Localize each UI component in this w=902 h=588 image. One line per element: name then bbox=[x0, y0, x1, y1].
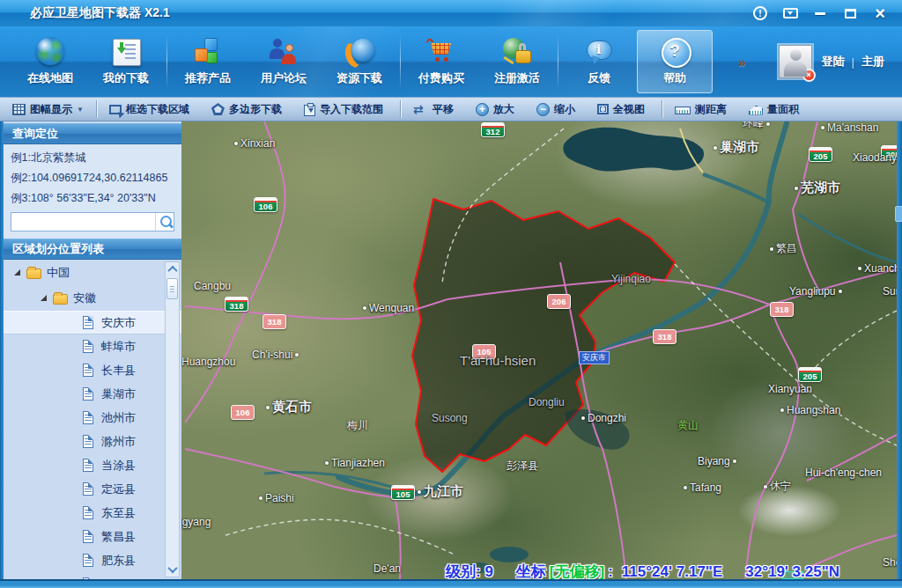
toolbar-button[interactable]: 注册激活 bbox=[479, 30, 555, 93]
register-link[interactable]: 主册 bbox=[861, 54, 884, 70]
toolbar-button[interactable]: 反馈 bbox=[561, 30, 637, 93]
search-icon[interactable] bbox=[155, 213, 176, 231]
map-tool-button[interactable]: 多边形下载 bbox=[203, 98, 295, 121]
tree-item-label: 蚌埠市 bbox=[101, 339, 136, 355]
toolbar-button[interactable] bbox=[400, 34, 401, 89]
map-tool-button[interactable]: 导入下载范围 bbox=[295, 98, 396, 121]
map-tool-button[interactable]: 全视图 bbox=[588, 98, 658, 121]
toolbar-button-icon bbox=[583, 37, 615, 67]
scrollbar-thumb[interactable] bbox=[166, 278, 178, 299]
map-place-label: 芜湖市 bbox=[795, 180, 840, 196]
map-tool-button[interactable]: 图幅显示 ▼ bbox=[4, 98, 92, 121]
road-shield: 205 bbox=[798, 367, 822, 382]
tree-item[interactable]: 安徽 bbox=[4, 285, 181, 311]
tree-item-label: 当涂县 bbox=[101, 458, 136, 474]
tree-item-label: 安徽 bbox=[73, 290, 96, 306]
tree-item[interactable]: 肥西县 bbox=[4, 572, 181, 579]
tree-item[interactable]: 安庆市 bbox=[4, 311, 181, 334]
tree-item[interactable]: 长丰县 bbox=[4, 358, 181, 382]
main-toolbar: 在线地图 我的下载 推荐产品 bbox=[0, 26, 902, 97]
toolbar-button-icon bbox=[425, 37, 457, 67]
toolbar-button-icon bbox=[659, 37, 691, 67]
toolbar-button-label: 资源下载 bbox=[336, 70, 382, 86]
toolbar-button[interactable]: 帮助 bbox=[637, 30, 713, 93]
map-tool-button[interactable]: 量面积 bbox=[740, 98, 812, 121]
map-tool-button[interactable] bbox=[400, 100, 401, 118]
window-bottom-border bbox=[0, 579, 902, 588]
tree-item[interactable]: 定远县 bbox=[4, 477, 181, 501]
info-button[interactable]: ! bbox=[747, 4, 773, 23]
map-tool-button[interactable]: 测距离 bbox=[666, 98, 740, 121]
tree-scrollbar[interactable] bbox=[165, 261, 180, 577]
map-tool-icon bbox=[304, 105, 315, 116]
toolbar-button-label: 在线地图 bbox=[27, 70, 73, 86]
map-place-label: 彭泽县 bbox=[506, 459, 538, 474]
longitude-value: 115°24' 7.17"E bbox=[622, 563, 722, 580]
toolbar-button[interactable]: 用户论坛 bbox=[246, 30, 322, 93]
map-tool-button[interactable] bbox=[662, 100, 662, 118]
toolbar-button[interactable] bbox=[166, 34, 167, 89]
minimize-button[interactable] bbox=[807, 4, 833, 23]
expand-arrow-icon[interactable] bbox=[41, 295, 47, 301]
toolbar-button-icon bbox=[268, 37, 299, 67]
toolbar-button[interactable]: 资源下载 bbox=[322, 30, 397, 93]
road-shield: 318 bbox=[653, 329, 676, 344]
search-example-line: 例1:北京紫禁城 bbox=[4, 148, 181, 168]
map-tool-button[interactable]: 缩小 bbox=[528, 98, 588, 121]
tree-item[interactable]: 繁昌县 bbox=[4, 525, 181, 548]
road-shield: 318 bbox=[225, 297, 248, 312]
toolbar-right-cluster: » × 登陆 | 主册 bbox=[738, 45, 890, 78]
node-icon bbox=[83, 364, 93, 377]
road-shield: 106 bbox=[231, 405, 255, 420]
map-place-label: Dongliu bbox=[529, 396, 565, 408]
node-icon bbox=[26, 268, 41, 279]
map-place-label: 休宁 bbox=[764, 479, 791, 494]
search-examples: 例1:北京紫禁城 例2:104.09691724,30.62114865 例3:… bbox=[4, 148, 181, 209]
window-dropdown-button[interactable] bbox=[777, 4, 803, 23]
tree-item[interactable]: 蚌埠市 bbox=[4, 334, 181, 358]
tree-item[interactable]: 巢湖市 bbox=[4, 382, 181, 406]
map-place-label: Tianjiazhen bbox=[325, 457, 385, 469]
map-tool-label: 放大 bbox=[493, 102, 514, 117]
map-place-label: 梅川 bbox=[347, 418, 368, 433]
scroll-down-icon[interactable] bbox=[166, 562, 179, 577]
map-viewport[interactable]: 环峰 Ma'anshan Xinxian 巢湖市 Xia bbox=[181, 121, 897, 579]
road-shield: 318 bbox=[262, 314, 286, 329]
tree-item[interactable]: 肥东县 bbox=[4, 548, 181, 572]
search-input[interactable] bbox=[11, 213, 155, 231]
tree-item[interactable]: 池州市 bbox=[4, 406, 181, 430]
toolbar-button[interactable]: 在线地图 bbox=[12, 30, 88, 93]
map-place-label: Xinxian bbox=[234, 137, 275, 150]
tree-item[interactable]: 当涂县 bbox=[4, 453, 181, 477]
expand-arrow-icon[interactable] bbox=[14, 269, 20, 276]
more-chevron-icon[interactable]: » bbox=[738, 55, 745, 70]
latitude-value: 32°19' 3.25"N bbox=[745, 563, 839, 580]
tree-item[interactable]: 东至县 bbox=[4, 501, 181, 525]
scroll-up-icon[interactable] bbox=[166, 262, 179, 276]
toolbar-button-icon bbox=[344, 37, 375, 67]
map-place-label: Ch'i-shui bbox=[252, 349, 299, 361]
maximize-button[interactable] bbox=[837, 4, 863, 23]
map-tool-button[interactable]: 放大 bbox=[467, 98, 528, 121]
map-place-label: Tafang bbox=[684, 481, 721, 494]
panel-collapse-handle[interactable] bbox=[895, 206, 902, 222]
map-tool-button[interactable] bbox=[96, 100, 97, 118]
map-tool-button[interactable]: 框选下载区域 bbox=[100, 98, 203, 121]
toolbar-button[interactable]: 我的下载 bbox=[88, 30, 164, 93]
close-icon: × bbox=[875, 4, 885, 22]
tree-list: 中国 安徽 安庆市 bbox=[4, 260, 181, 579]
toolbar-button[interactable]: 推荐产品 bbox=[170, 30, 246, 93]
map-toolbar: 图幅显示 ▼ 框选下载区域 多边形下载 bbox=[0, 97, 902, 121]
toolbar-button[interactable]: 付费购买 bbox=[403, 30, 479, 93]
offline-badge-icon: × bbox=[802, 69, 816, 82]
toolbar-button[interactable] bbox=[558, 34, 558, 89]
tree-item[interactable]: 中国 bbox=[4, 260, 181, 285]
tree-item[interactable]: 滁州市 bbox=[4, 430, 181, 453]
map-tool-button[interactable]: 平移 bbox=[404, 98, 467, 121]
road-shield: 206 bbox=[547, 294, 571, 309]
close-button[interactable]: × bbox=[867, 4, 893, 23]
map-place-label: Susong bbox=[432, 412, 468, 424]
map-tool-icon bbox=[749, 106, 763, 115]
tree-item-label: 中国 bbox=[47, 265, 70, 281]
login-link[interactable]: 登陆 bbox=[822, 54, 845, 70]
